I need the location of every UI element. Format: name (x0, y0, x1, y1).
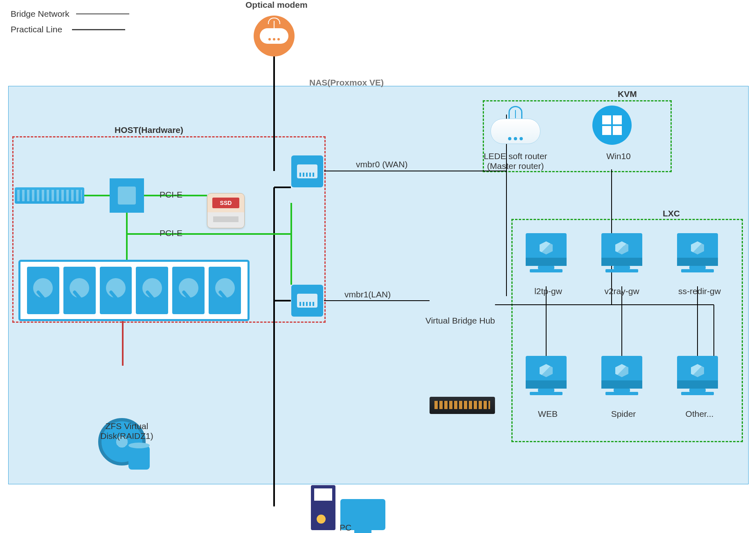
nas-title: NAS(Proxmox VE) (309, 78, 384, 88)
virtual-bridge-hub-label: Virtual Bridge Hub (425, 316, 495, 326)
vm-spider: VM (601, 356, 642, 395)
legend-practical-label: Practical Line (11, 25, 62, 34)
ssd-icon (207, 193, 245, 228)
host-title: HOST(Hardware) (115, 125, 183, 135)
optical-modem-icon (254, 16, 295, 56)
vmbr0-label: vmbr0 (WAN) (356, 160, 407, 169)
zfs-label-l2: Disk(RAIDZ1) (94, 431, 160, 441)
vm-v2ray-gw: VM (601, 233, 642, 272)
nic-lan-icon (291, 285, 323, 317)
vm-l2tp-gw: VM (526, 233, 567, 272)
kvm-title: KVM (618, 89, 637, 99)
lede-label: LEDE soft router (Master router) (475, 151, 556, 171)
legend-practical-line (72, 29, 125, 30)
vm-other: VM (677, 356, 718, 395)
vm-ss-redir-gw-label: ss-redir-gw (669, 286, 730, 296)
legend-bridge-line (76, 13, 129, 14)
vm-ss-redir-gw: VM (677, 233, 718, 272)
pc-label: PC (340, 523, 351, 533)
vm-web: VM (526, 356, 567, 395)
vm-web-label: WEB (525, 409, 570, 419)
lxc-title: LXC (663, 209, 680, 218)
nic-wan-icon (291, 155, 323, 187)
hdd-array-icon (18, 260, 250, 321)
lede-label-l1: LEDE soft router (475, 151, 556, 161)
vm-spider-label: Spider (599, 409, 648, 419)
virtual-bridge-hub-icon (430, 397, 495, 414)
optical-modem-label: Optical modem (245, 0, 308, 10)
vm-other-label: Other... (675, 409, 724, 419)
win10-icon (592, 106, 632, 145)
cpu-icon (110, 178, 144, 213)
pcie-label-2: PCI-E (160, 228, 182, 238)
zfs-label-l1: ZFS Virtual (94, 421, 160, 431)
ram-icon (15, 187, 84, 204)
lede-label-l2: (Master router) (475, 161, 556, 171)
zfs-label: ZFS Virtual Disk(RAIDZ1) (94, 421, 160, 441)
win10-label: Win10 (598, 151, 639, 161)
legend: Bridge Network Practical Line (11, 9, 129, 34)
vmbr1-label: vmbr1(LAN) (344, 290, 391, 299)
legend-bridge-label: Bridge Network (11, 9, 70, 19)
lede-router-icon (487, 119, 544, 144)
vm-v2ray-gw-label: v2ray-gw (597, 286, 646, 296)
pcie-label-1: PCI-E (160, 190, 182, 200)
vm-l2tp-gw-label: l2tp-gw (524, 286, 573, 296)
